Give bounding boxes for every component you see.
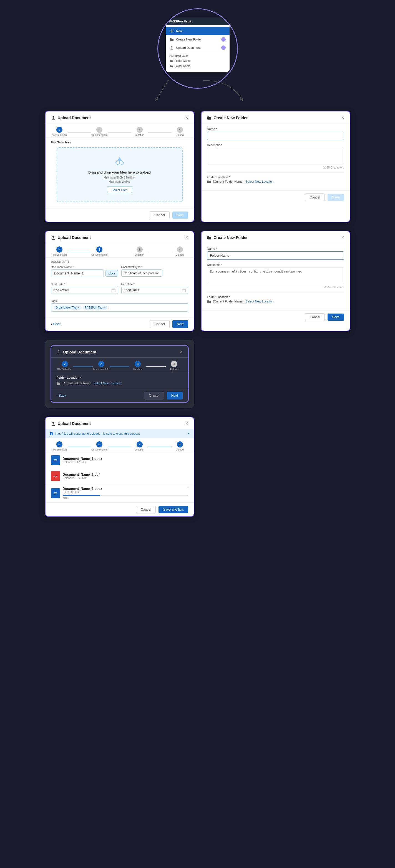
s3-step1-circle: ✓ [62, 361, 68, 367]
upload-close-1[interactable]: × [186, 115, 188, 120]
file-drop-zone[interactable]: Drag and drop your files here to upload … [57, 147, 182, 202]
cancel-button-1[interactable]: Cancel [150, 211, 169, 219]
new-menu-item[interactable]: New [166, 27, 230, 35]
s3-step4-label: Upload [170, 368, 178, 371]
cf-location-field-1: Folder Location * [Current Folder Name] … [207, 176, 344, 183]
svg-text:i: i [51, 432, 52, 435]
cf-desc-input-2[interactable]: Eu accumsan ultrices morbi pretium condi… [207, 268, 344, 284]
cancel-button-2[interactable]: Cancel [150, 320, 169, 328]
s4-conn3 [148, 446, 172, 447]
calendar-icon-end [182, 288, 186, 292]
s3-step2-circle: ✓ [98, 361, 104, 367]
cf-name-input-1[interactable] [207, 132, 344, 140]
select-files-button[interactable]: Select Files [107, 187, 132, 193]
file-1-info: Document_Name_1.docx Uploaded · 1.1 MB [63, 457, 188, 464]
upload-close-2[interactable]: × [186, 235, 188, 240]
connector-1 [68, 132, 91, 132]
s4-step3-circle: ✓ [137, 441, 143, 447]
next-button-2[interactable]: Next [172, 320, 188, 328]
svg-rect-4 [52, 120, 55, 120]
svg-rect-16 [52, 425, 55, 426]
tags-label: Tags [51, 300, 188, 303]
doc-name-field: Document Name * .docx [51, 266, 118, 277]
s3-step2: ✓ Document Info [93, 361, 110, 371]
s3-conn3 [146, 366, 166, 367]
doc-section-label: DOCUMENT 1 [51, 260, 188, 264]
s2-step4: 4 Upload [172, 246, 188, 256]
s3-step2-label: Document Info [93, 368, 110, 371]
upload-close-4[interactable]: × [186, 421, 188, 426]
row-4: Upload Document × i Info: Files will con… [45, 417, 350, 517]
select-new-location-1[interactable]: Select New Location [246, 180, 274, 183]
cf-name-field-2: Name * [207, 247, 344, 260]
cf-cancel-1[interactable]: Cancel [305, 193, 325, 201]
folder-item-2[interactable]: Folder Name [166, 63, 230, 69]
tags-field: Tags Organization Tag × PASSPort Tag × | [51, 300, 188, 312]
pdf-icon-2: PDF [51, 471, 60, 481]
cf-save-1[interactable]: Save [328, 194, 344, 201]
start-date-field: Start Date * 07-12-2023 [51, 283, 118, 294]
cancel-button-3[interactable]: Cancel [144, 392, 164, 400]
dot-indicator-1 [221, 37, 226, 41]
end-date-input[interactable]: 07-31-2024 [121, 287, 188, 294]
upload-icon [51, 116, 56, 120]
tag-remove-1[interactable]: × [78, 306, 79, 309]
cf-footer-1: Cancel Save [201, 190, 350, 204]
cf-header-1: Create New Folder × [201, 112, 350, 123]
cf-cancel-2[interactable]: Cancel [305, 313, 325, 321]
back-button-3[interactable]: ‹ Back [57, 394, 66, 398]
end-date-label: End Date * [121, 283, 188, 286]
location-row-1: [Current Folder Name] Select New Locatio… [207, 180, 344, 183]
app-title: PASSPort Vault [169, 20, 191, 23]
back-button-2[interactable]: ‹ Back [51, 322, 61, 326]
save-exit-button[interactable]: Save and Exit [159, 506, 188, 513]
s4-conn2 [108, 446, 131, 447]
cf-save-2[interactable]: Save [328, 314, 344, 321]
end-date-field: End Date * 07-31-2024 [121, 283, 188, 294]
folder-loc-label: Folder Location * [57, 376, 182, 379]
cancel-button-4[interactable]: Cancel [136, 506, 156, 514]
upload-header-3: Upload Document × [51, 346, 188, 358]
cf-header-2: Create New Folder × [201, 231, 350, 243]
cf-close-1[interactable]: × [341, 115, 344, 120]
upload-doc-item[interactable]: Upload Document [166, 43, 230, 52]
cf-desc-field-2: Description Eu accumsan ultrices morbi p… [207, 263, 344, 289]
doc-name-input[interactable] [51, 270, 104, 277]
upload-footer-2: ‹ Back Cancel Next [46, 317, 194, 331]
cf-close-2[interactable]: × [341, 235, 344, 240]
select-new-location-3[interactable]: Select New Location [93, 381, 121, 385]
step-1-file: 1 File Selection [51, 127, 68, 136]
file-2-size: Uploaded · 350 KB [63, 476, 188, 479]
cf-name-input-2[interactable] [207, 251, 344, 260]
create-folder-item[interactable]: Create New Folder [166, 35, 230, 43]
s4-step2-circle: ✓ [96, 441, 103, 447]
next-button-1[interactable]: Next [172, 212, 188, 219]
panels-row-1: Upload Document × 1 File Selection 2 Doc… [45, 111, 350, 222]
s4-step1-circle: ✓ [56, 441, 62, 447]
s4-step3: ✓ Location [131, 441, 148, 451]
s3-step3-circle: 3 [135, 361, 141, 367]
dropdown-menu: New Create New Folder Upload Document [166, 25, 230, 72]
step-label-1: File Selection [52, 134, 66, 136]
folder-item-1[interactable]: Folder Name [166, 58, 230, 63]
upload-close-3[interactable]: × [180, 349, 182, 354]
folder-icon [170, 37, 174, 41]
cf-desc-input-1[interactable] [207, 148, 344, 164]
tags-input[interactable]: Organization Tag × PASSPort Tag × | [51, 303, 188, 312]
step-circle-4: 4 [177, 127, 183, 133]
s2-conn3 [148, 252, 172, 252]
tag-chip-2: PASSPort Tag × [83, 306, 107, 310]
cf-form-1: Name * Description 0/255 Characters Fold… [201, 123, 350, 190]
doc-type-select[interactable]: Certificate of Incorporation [121, 270, 162, 277]
s4-step1-label: File Selection [52, 448, 66, 451]
svg-rect-1 [170, 31, 173, 31]
next-button-3[interactable]: Next [167, 392, 182, 400]
select-new-location-2[interactable]: Select New Location [246, 300, 274, 303]
start-date-input[interactable]: 07-12-2023 [51, 287, 118, 294]
info-close[interactable]: × [187, 431, 190, 436]
drop-text: Drag and drop your files here to upload [63, 170, 176, 175]
file-3-remove[interactable]: × [187, 486, 189, 491]
folder-icon-header-2 [207, 236, 211, 240]
s3-step4-circle: 4 [171, 361, 177, 367]
tag-remove-2[interactable]: × [104, 306, 105, 309]
